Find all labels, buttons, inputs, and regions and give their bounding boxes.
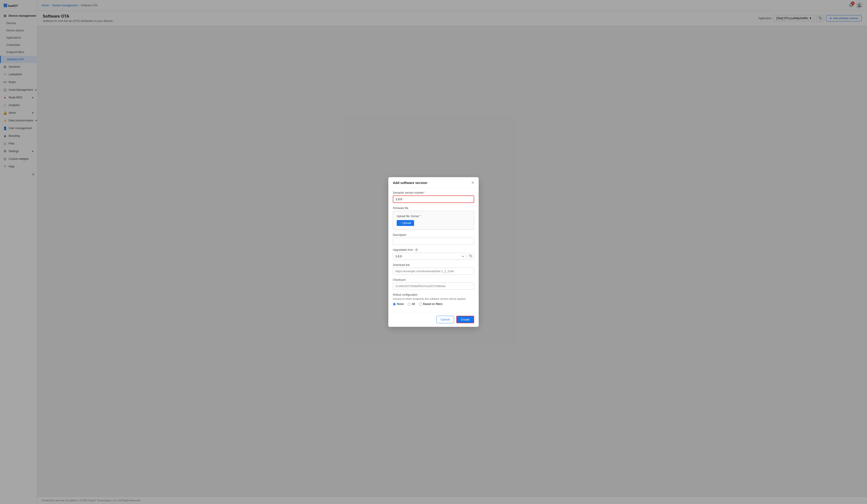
upgradable-row: 1.0.0 ▼ xyxy=(393,253,474,260)
download-link-input[interactable] xyxy=(393,268,474,275)
create-button[interactable]: Create xyxy=(456,316,474,323)
upload-box: Upload file, format: * ↑ Upload xyxy=(393,211,474,230)
firmware-file-label: Firmware file xyxy=(393,207,474,210)
firmware-file-group: Firmware file Upload file, format: * ↑ U… xyxy=(393,207,474,230)
upload-format-label: Upload file, format: * xyxy=(397,215,421,218)
checksum-label: Checksum xyxy=(393,278,474,282)
upgradable-from-select[interactable]: 1.0.0 xyxy=(393,253,466,260)
add-software-version-modal: Add software version ✕ Semantic version … xyxy=(388,177,479,327)
rollout-config-group: Rollout configuration Choose to which en… xyxy=(393,293,474,306)
rollout-config-desc: Choose to which endpoints this software … xyxy=(393,297,474,300)
modal-title: Add software version xyxy=(393,181,427,185)
main-content: Home / Device management / Software OTA … xyxy=(37,0,867,504)
download-link-label: Download link xyxy=(393,263,474,266)
description-input[interactable] xyxy=(393,238,474,245)
upgradable-from-group: Upgradable from ? 1.0.0 ▼ xyxy=(393,248,474,260)
semantic-version-label: Semantic version number* xyxy=(393,191,474,194)
semantic-version-group: Semantic version number* xyxy=(393,191,474,203)
description-group: Description xyxy=(393,233,474,245)
cancel-button[interactable]: Cancel xyxy=(437,316,454,323)
radio-all-input[interactable] xyxy=(408,303,411,306)
help-tooltip-icon[interactable]: ? xyxy=(415,248,418,252)
modal-close-button[interactable]: ✕ xyxy=(471,181,474,185)
radio-based-on-filters-input[interactable] xyxy=(419,303,422,306)
rollout-config-label: Rollout configuration xyxy=(393,293,474,296)
upload-button[interactable]: ↑ Upload xyxy=(397,220,414,226)
copy-upgradable-button[interactable] xyxy=(467,253,474,260)
upgradable-from-label: Upgradable from ? xyxy=(393,248,474,252)
radio-none-input[interactable] xyxy=(393,303,396,306)
content-area: Add software version ✕ Semantic version … xyxy=(37,26,867,496)
radio-all[interactable]: All xyxy=(408,303,415,306)
modal-footer: Cancel Create xyxy=(388,313,479,327)
checksum-input[interactable] xyxy=(393,283,474,289)
modal-header: Add software version ✕ xyxy=(388,177,479,188)
svg-rect-4 xyxy=(470,255,472,257)
download-link-group: Download link xyxy=(393,263,474,275)
modal-overlay[interactable]: Add software version ✕ Semantic version … xyxy=(37,26,867,496)
radio-based-on-filters[interactable]: Based on filters xyxy=(419,303,442,306)
checksum-group: Checksum xyxy=(393,278,474,289)
rollout-radio-group: None All Based on filters xyxy=(393,303,474,306)
semantic-version-input[interactable] xyxy=(393,196,474,203)
description-label: Description xyxy=(393,233,474,237)
radio-none[interactable]: None xyxy=(393,303,404,306)
modal-body: Semantic version number* Firmware file U… xyxy=(388,188,479,313)
upgradable-select-wrap: 1.0.0 ▼ xyxy=(393,253,466,260)
upload-icon: ↑ xyxy=(400,221,401,224)
